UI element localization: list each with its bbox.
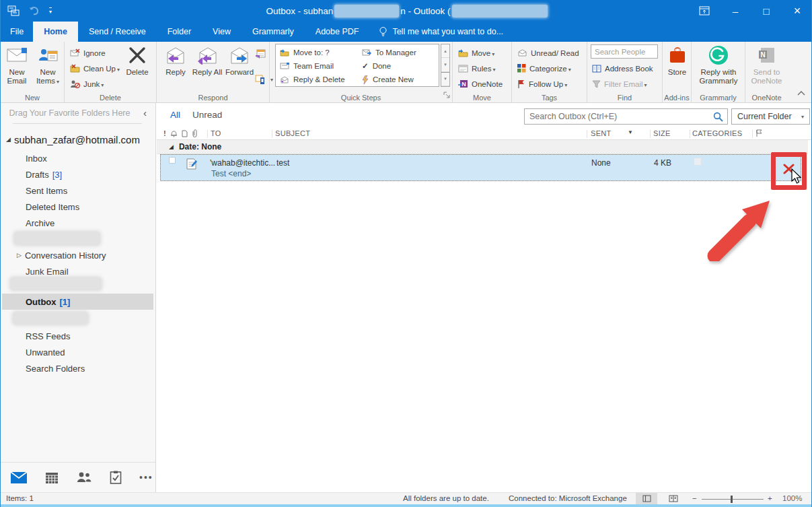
- sidebar-item-drafts[interactable]: Drafts[3]: [26, 168, 62, 181]
- search-people-input[interactable]: [591, 44, 658, 59]
- reply-with-grammarly-button[interactable]: Reply with Grammarly: [694, 44, 743, 92]
- quick-steps-scrollbar[interactable]: ▴ ▾ ▾: [441, 44, 450, 87]
- filter-unread[interactable]: Unread: [192, 110, 222, 120]
- store-button[interactable]: Store: [663, 44, 691, 92]
- ribbon-display-options-icon[interactable]: [689, 0, 720, 22]
- sidebar-item-conversation-history[interactable]: ▷ Conversation History: [17, 248, 106, 262]
- sidebar-item-outbox[interactable]: Outbox[1]: [26, 295, 70, 308]
- minimize-button[interactable]: –: [720, 0, 751, 22]
- delete-button[interactable]: Delete: [121, 44, 153, 92]
- tab-send-receive[interactable]: Send / Receive: [78, 22, 157, 42]
- sidebar-item-unwanted[interactable]: Unwanted: [26, 345, 65, 359]
- scroll-up-icon[interactable]: ▴: [441, 44, 449, 58]
- forward-button[interactable]: Forward: [224, 44, 255, 92]
- group-header[interactable]: ◢ Date: None: [157, 140, 808, 154]
- reminder-bell-icon[interactable]: [170, 130, 178, 137]
- send-receive-all-icon[interactable]: [7, 5, 20, 16]
- search-input[interactable]: [525, 109, 706, 124]
- select-checkbox[interactable]: [169, 157, 176, 164]
- column-subject[interactable]: SUBJECT: [275, 129, 310, 137]
- sidebar-item-search-folders[interactable]: Search Folders: [26, 362, 85, 375]
- reply-button[interactable]: Reply: [161, 44, 190, 92]
- follow-up-button[interactable]: Follow Up▾: [517, 77, 567, 91]
- sidebar-item-sent-items[interactable]: Sent Items: [26, 184, 67, 197]
- clean-up-button[interactable]: Clean Up▾: [70, 61, 120, 75]
- zoom-out-button[interactable]: −: [692, 494, 697, 502]
- account-header[interactable]: ◢ subhan_zafar@hotmail.com: [6, 133, 140, 146]
- gallery-more-icon[interactable]: ▾: [441, 72, 449, 86]
- quick-step-done[interactable]: ✓ Done: [362, 59, 391, 73]
- item-type-icon[interactable]: [182, 130, 188, 137]
- junk-button[interactable]: Junk▾: [70, 77, 104, 91]
- sidebar-item-inbox[interactable]: Inbox: [26, 151, 47, 165]
- new-items-icon: [38, 44, 58, 67]
- sidebar-item-archive[interactable]: Archive: [26, 216, 54, 230]
- follow-up-flag-icon: [517, 79, 525, 88]
- column-to[interactable]: TO: [211, 129, 221, 137]
- sidebar-item-junk-email[interactable]: Junk Email: [26, 265, 69, 278]
- flag-column-icon[interactable]: [755, 129, 763, 137]
- tab-file[interactable]: File: [1, 22, 33, 42]
- search-icon[interactable]: [713, 112, 723, 122]
- zoom-in-button[interactable]: +: [768, 494, 772, 502]
- maximize-button[interactable]: □: [751, 0, 782, 22]
- tab-adobe-pdf[interactable]: Adobe PDF: [305, 22, 370, 42]
- group-expanded-triangle-icon[interactable]: ◢: [169, 143, 174, 150]
- move-button[interactable]: Move▾: [458, 46, 494, 60]
- categorize-button[interactable]: Categorize▾: [517, 61, 571, 75]
- category-checkbox[interactable]: [694, 158, 702, 166]
- reading-view-button[interactable]: [663, 493, 684, 504]
- scroll-down-icon[interactable]: ▾: [441, 58, 449, 71]
- filter-all[interactable]: All: [170, 110, 180, 120]
- tab-home[interactable]: Home: [33, 22, 78, 42]
- address-book-button[interactable]: Address Book: [592, 61, 653, 75]
- meeting-button[interactable]: [255, 47, 266, 61]
- search-box[interactable]: [524, 108, 728, 125]
- column-size[interactable]: SIZE: [653, 129, 671, 137]
- people-nav-icon[interactable]: [76, 471, 92, 483]
- redacted-text: [334, 5, 399, 18]
- zoom-slider-thumb[interactable]: [731, 496, 733, 503]
- quick-step-team-email[interactable]: Team Email: [280, 59, 334, 73]
- collapse-ribbon-icon[interactable]: [797, 90, 805, 96]
- collapsed-triangle-icon[interactable]: ▷: [17, 252, 22, 259]
- close-button[interactable]: ×: [782, 0, 812, 22]
- column-sent[interactable]: SENT: [591, 129, 612, 137]
- customize-qat-icon[interactable]: ▾: [49, 7, 52, 15]
- new-email-button[interactable]: New Email: [2, 44, 32, 92]
- sidebar-item-rss-feeds[interactable]: RSS Feeds: [26, 329, 70, 343]
- attachment-icon[interactable]: [192, 129, 198, 138]
- quick-step-create-new[interactable]: Create New: [362, 73, 414, 86]
- sidebar-item-deleted-items[interactable]: Deleted Items: [26, 200, 79, 213]
- tab-view[interactable]: View: [202, 22, 242, 42]
- tab-grammarly[interactable]: Grammarly: [242, 22, 305, 42]
- calendar-nav-icon[interactable]: [45, 471, 59, 484]
- send-to-onenote-button[interactable]: N Send to OneNote: [748, 44, 785, 92]
- mail-nav-icon[interactable]: [10, 471, 28, 484]
- quick-step-move-to[interactable]: Move to: ?: [280, 46, 330, 59]
- tell-me-box[interactable]: Tell me what you want to do...: [369, 22, 513, 42]
- tab-folder[interactable]: Folder: [157, 22, 202, 42]
- column-importance[interactable]: !: [163, 129, 166, 137]
- quick-step-reply-delete[interactable]: Reply & Delete: [280, 73, 345, 86]
- zoom-slider-track[interactable]: [702, 499, 764, 500]
- expanded-triangle-icon[interactable]: ◢: [6, 136, 11, 143]
- new-items-button[interactable]: New Items▾: [33, 44, 63, 92]
- onenote-button[interactable]: N OneNote: [458, 77, 503, 91]
- message-row[interactable]: 'wahab@itechtic... test Test <end> None …: [160, 154, 801, 181]
- quick-step-to-manager[interactable]: To Manager: [362, 46, 416, 59]
- normal-view-button[interactable]: [636, 493, 657, 504]
- search-scope-dropdown[interactable]: Current Folder ▾: [731, 108, 810, 125]
- undo-icon[interactable]: [29, 6, 40, 15]
- quick-steps-dialog-launcher-icon[interactable]: [443, 92, 450, 98]
- rules-button[interactable]: Rules▾: [458, 61, 495, 75]
- reply-all-button[interactable]: Reply All: [192, 44, 223, 92]
- collapse-pane-icon[interactable]: ‹: [143, 107, 147, 119]
- filter-email-button[interactable]: Filter Email▾: [592, 77, 647, 91]
- zoom-level[interactable]: 100%: [782, 494, 802, 502]
- column-categories[interactable]: CATEGORIES: [692, 129, 742, 137]
- ignore-button[interactable]: Ignore: [70, 46, 106, 60]
- unread-read-button[interactable]: Unread/ Read: [517, 46, 579, 60]
- tasks-nav-icon[interactable]: [110, 471, 122, 484]
- more-apps-icon[interactable]: •••: [139, 472, 153, 483]
